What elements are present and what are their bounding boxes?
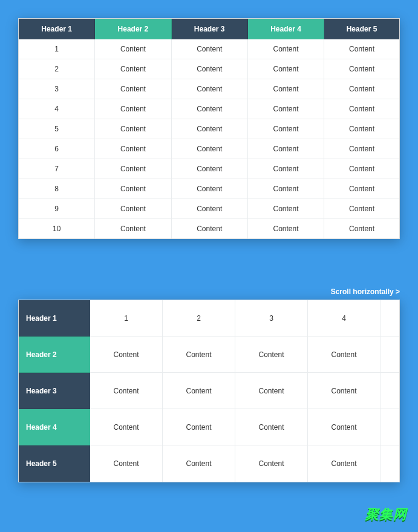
table-cell: Content	[95, 79, 171, 99]
table-cell: Content	[172, 59, 248, 79]
row-header[interactable]: Header 3	[19, 373, 90, 409]
table-cell: Content	[248, 119, 324, 139]
table-row: ContentContentContentContentContentConte…	[90, 409, 399, 445]
table-cell: Content	[95, 139, 171, 159]
table-cell: 2	[19, 59, 95, 79]
table-cell: Content	[163, 445, 235, 482]
table-cell: Content	[90, 373, 163, 409]
table-cell: 1	[90, 300, 163, 337]
table-cell: Content	[248, 99, 324, 119]
scroll-hint-label: Scroll horizontally >	[18, 287, 400, 296]
table-cell: 10	[19, 219, 95, 238]
table-cell: 8	[19, 179, 95, 199]
row-header[interactable]: Header 2	[19, 337, 90, 373]
data-table-1: Header 1 Header 2 Header 3 Header 4 Head…	[19, 19, 399, 238]
col-header[interactable]: Header 4	[248, 19, 324, 39]
table-row: 5ContentContentContentContent	[19, 119, 399, 139]
table-cell: Content	[90, 445, 163, 482]
table-cell: 5	[380, 300, 399, 337]
table-row: 7ContentContentContentContent	[19, 159, 399, 179]
table-cell: Content	[163, 409, 235, 445]
table-row: 1ContentContentContentContent	[19, 39, 399, 59]
table-cell: Content	[235, 445, 308, 482]
table-cell: Content	[308, 445, 380, 482]
table-row: 6ContentContentContentContent	[19, 139, 399, 159]
table-cell: Content	[324, 159, 399, 179]
table-cell: Content	[248, 159, 324, 179]
fixed-header-column: Header 1Header 2Header 3Header 4Header 5	[19, 300, 90, 482]
table-cell: Content	[248, 79, 324, 99]
scrollable-data-area[interactable]: 12345678910ContentContentContentContentC…	[90, 300, 399, 482]
table-cell: Content	[324, 99, 399, 119]
table-cell: Content	[308, 409, 380, 445]
table-cell: Content	[324, 119, 399, 139]
table-cell: Content	[172, 39, 248, 59]
table-cell: Content	[324, 219, 399, 238]
table-row: ContentContentContentContentContentConte…	[90, 337, 399, 373]
table-cell: Content	[95, 59, 171, 79]
table-cell: Content	[248, 179, 324, 199]
table-cell: Content	[380, 337, 399, 373]
table-cell: Content	[95, 119, 171, 139]
table-cell: Content	[235, 409, 308, 445]
table-cell: Content	[163, 337, 235, 373]
col-header[interactable]: Header 1	[19, 19, 95, 39]
table-cell: Content	[172, 179, 248, 199]
table-cell: Content	[324, 139, 399, 159]
col-header[interactable]: Header 3	[172, 19, 248, 39]
table-row: 10ContentContentContentContent	[19, 219, 399, 238]
table-cell: Content	[380, 409, 399, 445]
table-cell: Content	[324, 59, 399, 79]
table-cell: Content	[172, 219, 248, 238]
table-cell: Content	[248, 199, 324, 219]
table-row: 12345678910	[90, 300, 399, 337]
table-cell: Content	[324, 199, 399, 219]
table-cell: Content	[324, 179, 399, 199]
table-row: 3ContentContentContentContent	[19, 79, 399, 99]
table-cell: 7	[19, 159, 95, 179]
table-cell: Content	[172, 139, 248, 159]
table-cell: Content	[248, 139, 324, 159]
table-cell: 1	[19, 39, 95, 59]
table-cell: Content	[324, 39, 399, 59]
table-cell: Content	[95, 159, 171, 179]
table-cell: Content	[172, 99, 248, 119]
table-cell: Content	[235, 337, 308, 373]
table-cell: 3	[235, 300, 308, 337]
table-cell: Content	[308, 337, 380, 373]
table-cell: Content	[95, 219, 171, 238]
row-header[interactable]: Header 4	[19, 409, 90, 445]
table-cell: Content	[380, 373, 399, 409]
table-cell: 6	[19, 139, 95, 159]
table-cell: Content	[248, 59, 324, 79]
table-cell: Content	[324, 79, 399, 99]
col-header[interactable]: Header 5	[324, 19, 399, 39]
table-row: 8ContentContentContentContent	[19, 179, 399, 199]
table-cell: Content	[308, 373, 380, 409]
table-cell: Content	[172, 79, 248, 99]
row-header[interactable]: Header 5	[19, 445, 90, 482]
table-header-row: Header 1 Header 2 Header 3 Header 4 Head…	[19, 19, 399, 39]
row-header[interactable]: Header 1	[19, 300, 90, 337]
table-cell: 3	[19, 79, 95, 99]
table-cell: Content	[248, 219, 324, 238]
col-header[interactable]: Header 2	[95, 19, 171, 39]
table-cell: Content	[95, 179, 171, 199]
table-cell: 4	[19, 99, 95, 119]
table-cell: Content	[172, 159, 248, 179]
table-row: ContentContentContentContentContentConte…	[90, 445, 399, 482]
table-cell: Content	[95, 199, 171, 219]
table-row: 4ContentContentContentContent	[19, 99, 399, 119]
table-cell: Content	[90, 409, 163, 445]
table-row: 2ContentContentContentContent	[19, 59, 399, 79]
table-row: ContentContentContentContentContentConte…	[90, 373, 399, 409]
table-1-container: Header 1 Header 2 Header 3 Header 4 Head…	[18, 18, 400, 239]
table-cell: 9	[19, 199, 95, 219]
table-cell: Content	[172, 199, 248, 219]
table-cell: Content	[163, 373, 235, 409]
table-cell: Content	[172, 119, 248, 139]
table-cell: Content	[380, 445, 399, 482]
table-2-container: Header 1Header 2Header 3Header 4Header 5…	[18, 300, 400, 482]
table-cell: Content	[95, 39, 171, 59]
table-cell: 2	[163, 300, 235, 337]
